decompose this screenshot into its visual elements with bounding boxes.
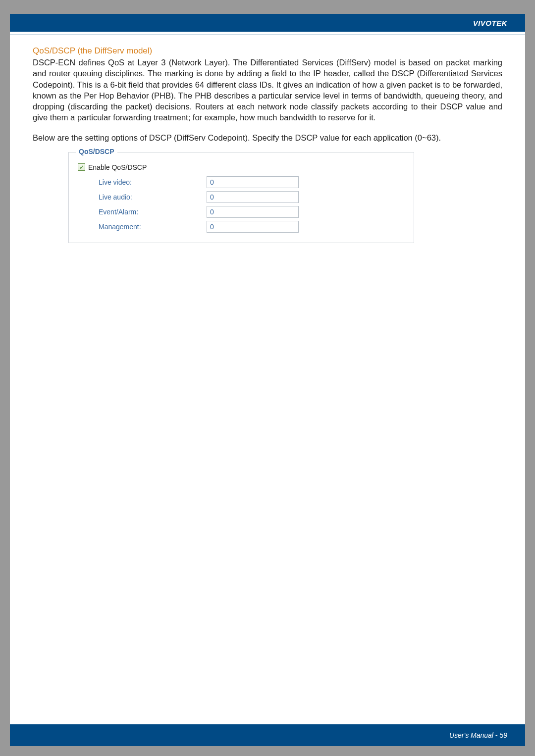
document-page: VIVOTEK QoS/DSCP (the DiffServ model) DS… bbox=[10, 14, 525, 746]
body-paragraph-1: DSCP-ECN defines QoS at Layer 3 (Network… bbox=[33, 57, 502, 123]
management-input[interactable] bbox=[207, 221, 299, 233]
event-alarm-label: Event/Alarm: bbox=[78, 208, 207, 216]
content-area: QoS/DSCP (the DiffServ model) DSCP-ECN d… bbox=[10, 35, 525, 243]
body-paragraph-2: Below are the setting options of DSCP (D… bbox=[33, 132, 502, 143]
footer-text: User's Manual - 59 bbox=[449, 731, 507, 739]
page-footer: User's Manual - 59 bbox=[10, 724, 525, 746]
page-header: VIVOTEK bbox=[10, 14, 525, 32]
enable-qos-checkbox[interactable]: ✓ bbox=[78, 163, 85, 171]
field-row-event-alarm: Event/Alarm: bbox=[78, 206, 405, 218]
field-row-live-audio: Live audio: bbox=[78, 191, 405, 203]
live-video-input[interactable] bbox=[207, 176, 299, 188]
brand-text: VIVOTEK bbox=[473, 19, 507, 27]
field-row-management: Management: bbox=[78, 221, 405, 233]
live-audio-input[interactable] bbox=[207, 191, 299, 203]
event-alarm-input[interactable] bbox=[207, 206, 299, 218]
panel-legend: QoS/DSCP bbox=[76, 148, 117, 155]
section-heading: QoS/DSCP (the DiffServ model) bbox=[33, 46, 502, 56]
management-label: Management: bbox=[78, 223, 207, 231]
live-audio-label: Live audio: bbox=[78, 193, 207, 201]
enable-qos-row: ✓ Enable QoS/DSCP bbox=[78, 163, 405, 171]
qos-dscp-panel: QoS/DSCP ✓ Enable QoS/DSCP Live video: L… bbox=[68, 152, 414, 243]
enable-qos-label: Enable QoS/DSCP bbox=[88, 163, 147, 171]
live-video-label: Live video: bbox=[78, 178, 207, 186]
field-row-live-video: Live video: bbox=[78, 176, 405, 188]
